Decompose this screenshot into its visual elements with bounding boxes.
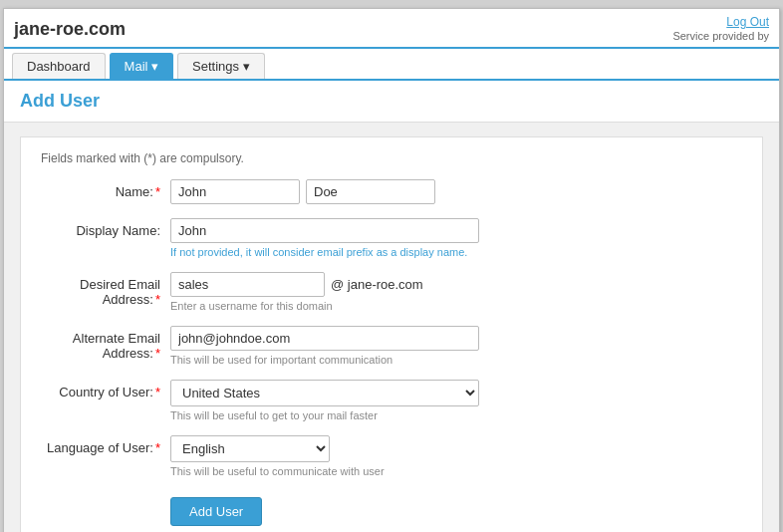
add-user-form: Fields marked with (*) are compulsory. N…	[20, 136, 763, 532]
display-name-label: Display Name:	[41, 218, 170, 238]
desired-email-input[interactable]	[170, 272, 325, 297]
display-name-hint: If not provided, it will consider email …	[170, 246, 742, 258]
at-domain: @ jane-roe.com	[331, 277, 423, 292]
language-select[interactable]: English Spanish French German Chinese	[170, 435, 330, 462]
dashboard-tab[interactable]: Dashboard	[12, 53, 106, 79]
display-name-field: If not provided, it will consider email …	[170, 218, 742, 258]
alternate-email-row: Alternate Email Address:* This will be u…	[41, 326, 742, 366]
desired-email-label: Desired Email Address:*	[41, 272, 170, 307]
main-window: jane-roe.com Log Out Service provided by…	[3, 8, 780, 532]
alternate-email-hint: This will be used for important communic…	[170, 354, 742, 366]
compulsory-note: Fields marked with (*) are compulsory.	[41, 151, 742, 165]
desired-email-row: Desired Email Address:* @ jane-roe.com E…	[41, 272, 742, 312]
nav-bar: Dashboard Mail ▾ Settings ▾	[4, 49, 779, 81]
mail-tab[interactable]: Mail ▾	[110, 53, 173, 79]
last-name-input[interactable]	[306, 179, 435, 204]
language-row: Language of User:* English Spanish Frenc…	[41, 435, 742, 477]
country-row: Country of User:* United States Canada U…	[41, 380, 742, 421]
country-label: Country of User:*	[41, 380, 170, 399]
alternate-email-field: This will be used for important communic…	[170, 326, 742, 366]
page-title-bar: Add User	[4, 81, 779, 123]
site-logo: jane-roe.com	[14, 19, 126, 40]
alternate-email-input[interactable]	[170, 326, 479, 351]
name-field	[170, 179, 742, 204]
display-name-row: Display Name: If not provided, it will c…	[41, 218, 742, 258]
country-hint: This will be useful to get to your mail …	[170, 409, 742, 421]
settings-tab[interactable]: Settings ▾	[177, 53, 265, 79]
language-field: English Spanish French German Chinese Th…	[170, 435, 742, 477]
country-select[interactable]: United States Canada United Kingdom Aust…	[170, 380, 479, 406]
first-name-input[interactable]	[170, 179, 300, 204]
page-content: Add User Fields marked with (*) are comp…	[4, 81, 779, 532]
desired-email-field: @ jane-roe.com Enter a username for this…	[170, 272, 742, 312]
name-row: Name:*	[41, 179, 742, 204]
service-text: Service provided by	[672, 30, 769, 42]
language-label: Language of User:*	[41, 435, 170, 455]
submit-row: Add User	[170, 491, 742, 526]
header: jane-roe.com Log Out Service provided by	[4, 9, 779, 49]
desired-email-hint: Enter a username for this domain	[170, 300, 742, 312]
name-label: Name:*	[41, 179, 170, 199]
add-user-button[interactable]: Add User	[170, 497, 262, 526]
header-right: Log Out Service provided by	[672, 15, 769, 43]
language-hint: This will be useful to communicate with …	[170, 465, 742, 477]
display-name-input[interactable]	[170, 218, 479, 243]
alternate-email-label: Alternate Email Address:*	[41, 326, 170, 361]
logout-link[interactable]: Log Out	[726, 15, 769, 29]
country-field: United States Canada United Kingdom Aust…	[170, 380, 742, 421]
page-title: Add User	[20, 91, 100, 111]
